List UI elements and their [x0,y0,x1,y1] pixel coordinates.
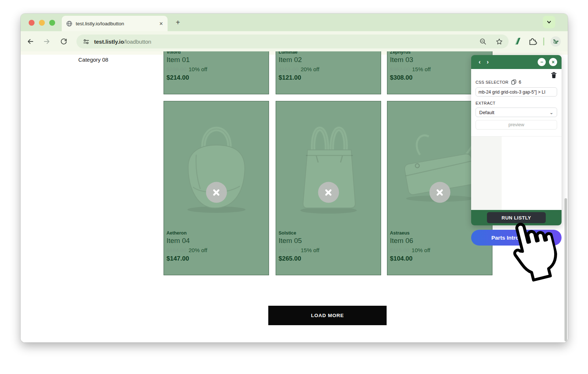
product-image-tote-bag [276,101,381,230]
page-viewport: Category 08 Vixord Item 01 $238.0010% of… [21,51,568,342]
extract-label: EXTRACT [476,101,557,105]
panel-results-gutter [471,137,502,210]
product-card[interactable]: Luminae Item 02 $151.0020% off $121.00 [276,51,381,94]
selector-match-count: 6 [519,80,521,85]
listly-slash-icon [513,37,522,46]
delete-selector-button[interactable] [551,72,557,79]
x-mark-icon [324,188,333,197]
product-price: $214.00 [166,74,265,81]
page-scrollbar[interactable] [564,198,567,341]
site-settings-icon[interactable] [82,37,90,46]
product-card[interactable]: Aetheron Item 04 $184.0020% off $147.00 [164,101,269,275]
panel-close-button[interactable]: × [549,58,557,66]
chevron-down-icon: ⌄ [549,110,553,115]
product-brand: Luminae [279,51,377,55]
product-brand: Solstice [279,230,377,236]
copy-icon [511,79,516,85]
original-price: $184.00 [166,247,186,253]
browser-toolbar: test.listly.io/loadbutton ⋮ [21,31,568,51]
product-price: $104.00 [390,255,488,262]
forward-button[interactable] [40,35,53,48]
browser-menu-button[interactable]: ⋮ [567,41,568,43]
globe-favicon-icon [66,21,72,27]
close-window-button[interactable] [29,20,35,26]
product-price: $147.00 [166,255,265,262]
x-mark-icon [212,188,221,197]
deselect-item-button[interactable] [429,182,450,203]
zoom-out-button[interactable] [478,37,487,46]
avatar-plant-icon [552,38,559,45]
new-tab-button[interactable]: + [173,17,183,28]
css-selector-input[interactable]: mb-24 grid grid-cols-3 gap-5"] > LI [476,87,557,97]
deselect-item-button[interactable] [318,182,339,203]
product-brand: Vixord [166,51,265,55]
back-arrow-icon [26,37,35,46]
toolbar-divider [543,37,544,46]
panel-minimize-button[interactable]: − [538,58,546,66]
url-bar[interactable]: test.listly.io/loadbutton [76,35,509,48]
url-domain: test.listly.io [94,39,124,45]
panel-next-button[interactable]: › [484,58,492,66]
trash-icon [551,72,557,79]
tab-title: test.listly.io/loadbutton [76,21,156,26]
css-selector-label: CSS SELECTOR [476,80,509,84]
extensions-button[interactable] [528,37,537,46]
original-price: $115.00 [390,247,409,253]
product-card[interactable]: Solstice Item 05 $312.0015% off $265.00 [276,101,381,275]
listly-panel-body: CSS SELECTOR 6 mb-24 grid grid-cols-3 ga… [471,69,562,210]
listly-panel-header: ‹ › − × [471,55,562,69]
x-mark-icon [435,188,445,197]
product-brand: Aetheron [166,230,265,236]
bookmark-star-button[interactable] [495,37,503,46]
listly-panel: ‹ › − × CSS SELECTOR 6 [471,55,562,225]
product-price: $121.00 [279,74,377,81]
listly-extension-button[interactable] [513,37,522,46]
load-more-button[interactable]: LOAD MORE [268,306,387,325]
discount-label: 20% off [189,247,207,253]
product-name: Item 05 [279,237,377,245]
original-price: $362.00 [390,66,410,72]
zoom-out-icon [479,38,487,46]
product-price: $265.00 [279,255,377,262]
tab-strip: test.listly.io/loadbutton ✕ + [21,14,568,31]
browser-window: test.listly.io/loadbutton ✕ + test.listl… [21,14,568,342]
original-price: $238.00 [166,66,186,72]
chevron-down-icon [546,19,552,25]
tab-search-button[interactable] [543,16,555,28]
forward-arrow-icon [43,37,51,46]
discount-label: 10% off [189,66,207,72]
extract-selected-value: Default [479,110,494,115]
browser-tab[interactable]: test.listly.io/loadbutton ✕ [62,16,168,31]
url-path: /loadbutton [124,39,151,45]
puzzle-piece-icon [528,37,537,46]
discount-label: 10% off [412,247,430,253]
sidebar-category-label: Category 08 [78,57,108,63]
product-name: Item 02 [279,56,377,64]
discount-label: 15% off [412,66,431,72]
original-price: $312.00 [279,247,298,253]
product-name: Item 04 [166,237,265,245]
tab-close-icon[interactable]: ✕ [159,21,163,26]
extract-select[interactable]: Default ⌄ [476,108,557,117]
reload-icon [60,37,68,45]
back-button[interactable] [24,35,37,48]
bookmark-star-icon [495,38,503,46]
panel-prev-button[interactable]: ‹ [476,58,484,66]
discount-label: 20% off [301,66,319,72]
url-text[interactable]: test.listly.io/loadbutton [94,39,151,45]
profile-avatar[interactable] [551,36,561,47]
fullscreen-window-button[interactable] [49,20,55,26]
product-brand: Zephyrus [390,51,488,55]
discount-label: 15% off [301,247,319,253]
product-name: Item 01 [166,56,265,64]
minimize-window-button[interactable] [39,20,45,26]
copy-selector-button[interactable] [511,79,516,85]
original-price: $151.00 [279,66,298,72]
preview-button[interactable]: preview [476,120,557,130]
product-image-hobo-bag [164,101,269,230]
reload-button[interactable] [57,35,70,48]
product-card[interactable]: Vixord Item 01 $238.0010% off $214.00 [164,51,269,94]
deselect-item-button[interactable] [206,182,227,203]
panel-results-zone [471,136,562,210]
